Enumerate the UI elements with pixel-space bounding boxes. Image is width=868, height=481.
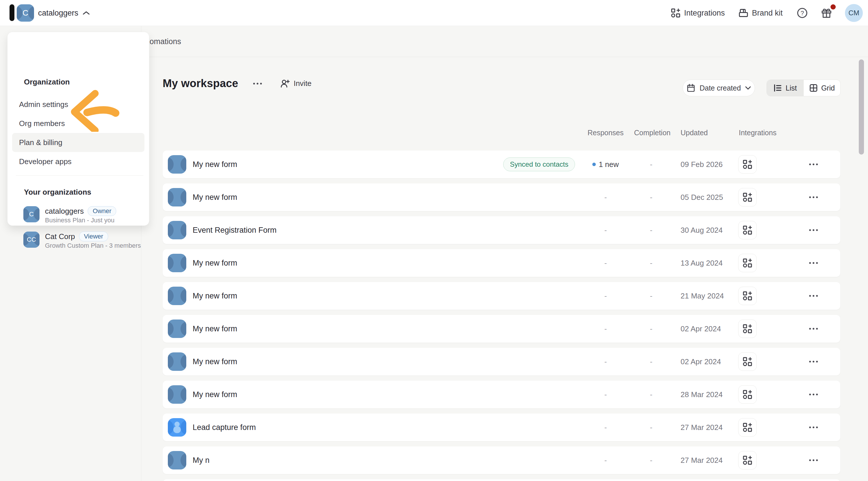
integrations-icon bbox=[743, 159, 752, 169]
help-button[interactable]: ? bbox=[797, 7, 808, 19]
row-integrations-button[interactable] bbox=[738, 155, 757, 174]
completion-cell: - bbox=[628, 183, 674, 211]
row-more-button[interactable] bbox=[801, 282, 827, 310]
row-more-button[interactable] bbox=[801, 183, 827, 211]
org-switcher-label: cataloggers bbox=[38, 9, 79, 18]
org-item-avatar: CC bbox=[23, 232, 39, 248]
row-more-button[interactable] bbox=[801, 348, 827, 375]
responses-cell: - bbox=[583, 183, 629, 211]
completion-cell: - bbox=[628, 414, 674, 441]
integrations-icon bbox=[743, 225, 752, 235]
column-header-completion: Completion bbox=[633, 129, 672, 137]
nav-brand-kit[interactable]: Brand kit bbox=[739, 8, 783, 18]
form-icon bbox=[168, 221, 186, 239]
integrations-icon bbox=[743, 258, 752, 268]
form-row[interactable]: My n - - 27 Mar 2024 bbox=[163, 446, 840, 474]
row-integrations-button[interactable] bbox=[738, 254, 757, 272]
form-icon bbox=[168, 418, 186, 437]
row-integrations-button[interactable] bbox=[738, 385, 757, 404]
form-row[interactable]: Event Registration Form - - 30 Aug 2024 bbox=[163, 216, 840, 244]
row-more-button[interactable] bbox=[801, 151, 827, 178]
updated-cell: 21 May 2024 bbox=[681, 282, 738, 310]
menu-item-admin-settings[interactable]: Admin settings bbox=[12, 95, 145, 114]
workspace-more-button[interactable] bbox=[250, 80, 265, 87]
row-more-button[interactable] bbox=[801, 315, 827, 342]
menu-divider bbox=[16, 175, 143, 176]
scrollbar-thumb[interactable] bbox=[859, 59, 864, 155]
form-icon bbox=[168, 385, 186, 404]
form-row[interactable]: My new form - - 02 Apr 2024 bbox=[163, 315, 840, 342]
form-row[interactable]: My new form - - 21 May 2024 bbox=[163, 282, 840, 310]
responses-cell: - bbox=[583, 315, 629, 342]
role-badge: Viewer bbox=[79, 232, 108, 241]
completion-cell: - bbox=[628, 348, 674, 375]
row-integrations-button[interactable] bbox=[738, 418, 757, 437]
row-integrations-button[interactable] bbox=[738, 320, 757, 338]
row-integrations-button[interactable] bbox=[738, 221, 757, 239]
org-item-avatar: C bbox=[23, 206, 39, 222]
org-switcher-button[interactable]: C cataloggers bbox=[17, 0, 90, 26]
calendar-icon bbox=[686, 83, 695, 93]
updated-cell: 09 Feb 2026 bbox=[681, 151, 738, 178]
form-row[interactable]: My new form Synced to contacts 1 new - 0… bbox=[163, 151, 840, 178]
form-row[interactable]: My new form - - 13 Aug 2024 bbox=[163, 249, 840, 277]
completion-cell: - bbox=[628, 282, 674, 310]
row-more-button[interactable] bbox=[801, 216, 827, 244]
row-integrations-button[interactable] bbox=[738, 451, 757, 470]
updated-cell: 02 Apr 2024 bbox=[681, 348, 738, 375]
completion-cell: - bbox=[628, 446, 674, 474]
form-icon bbox=[168, 188, 186, 207]
responses-cell: - bbox=[583, 282, 629, 310]
invite-label: Invite bbox=[293, 79, 311, 88]
form-icon bbox=[168, 352, 186, 371]
row-integrations-button[interactable] bbox=[738, 352, 757, 371]
row-more-button[interactable] bbox=[801, 249, 827, 277]
org-menu-list: Admin settingsOrg membersPlan & billingD… bbox=[12, 95, 145, 171]
row-integrations-button[interactable] bbox=[738, 188, 757, 207]
svg-text:?: ? bbox=[801, 9, 804, 17]
tab-automations-partial[interactable]: tomations bbox=[147, 26, 181, 57]
row-more-button[interactable] bbox=[801, 446, 827, 474]
org-item-cataloggers[interactable]: C cataloggers Owner Business Plan - Just… bbox=[16, 204, 143, 226]
org-item-plan: Business Plan - Just you bbox=[45, 216, 115, 224]
org-item-cat-corp[interactable]: CC Cat Corp Viewer Growth Custom Plan - … bbox=[16, 229, 143, 251]
org-item-name: cataloggers bbox=[45, 207, 84, 216]
responses-cell: - bbox=[583, 348, 629, 375]
whats-new-button[interactable] bbox=[821, 7, 832, 19]
integrations-icon bbox=[743, 455, 752, 465]
view-grid-button[interactable]: Grid bbox=[804, 80, 841, 96]
row-integrations-button[interactable] bbox=[738, 287, 757, 305]
completion-cell: - bbox=[628, 249, 674, 277]
form-row[interactable]: Lead capture form - - 27 Mar 2024 bbox=[163, 414, 840, 441]
form-name: My new form bbox=[193, 183, 237, 211]
form-name: My new form bbox=[193, 151, 237, 178]
chevron-up-icon bbox=[83, 11, 90, 15]
integrations-icon bbox=[743, 390, 752, 399]
view-list-label: List bbox=[785, 84, 797, 92]
form-icon bbox=[168, 451, 186, 470]
form-row[interactable]: My new form - - 28 Mar 2024 bbox=[163, 381, 840, 408]
completion-cell: - bbox=[628, 151, 674, 178]
form-row[interactable]: My new form - - 05 Dec 2025 bbox=[163, 183, 840, 211]
menu-item-plan-billing[interactable]: Plan & billing bbox=[12, 133, 145, 152]
updated-cell: 28 Mar 2024 bbox=[681, 381, 738, 408]
view-list-button[interactable]: List bbox=[767, 80, 804, 96]
form-name: My new form bbox=[193, 315, 237, 342]
form-name: My new form bbox=[193, 348, 237, 375]
row-more-button[interactable] bbox=[801, 414, 827, 441]
form-row[interactable]: My new form - - 02 Apr 2024 bbox=[163, 348, 840, 375]
sort-dropdown[interactable]: Date created bbox=[683, 80, 755, 96]
synced-badge: Synced to contacts bbox=[503, 157, 575, 171]
menu-item-org-members[interactable]: Org members bbox=[12, 114, 145, 133]
invite-button[interactable]: Invite bbox=[280, 79, 311, 89]
app-logo[interactable] bbox=[9, 4, 14, 21]
view-toggle: List Grid bbox=[767, 80, 841, 96]
nav-integrations[interactable]: Integrations bbox=[671, 8, 725, 18]
form-name: My new form bbox=[193, 381, 237, 408]
page-title: My workspace bbox=[163, 77, 238, 90]
user-avatar[interactable]: CM bbox=[845, 4, 863, 22]
chevron-down-icon bbox=[745, 86, 751, 90]
menu-item-developer-apps[interactable]: Developer apps bbox=[12, 152, 145, 171]
nav-integrations-label: Integrations bbox=[684, 9, 725, 18]
row-more-button[interactable] bbox=[801, 381, 827, 408]
